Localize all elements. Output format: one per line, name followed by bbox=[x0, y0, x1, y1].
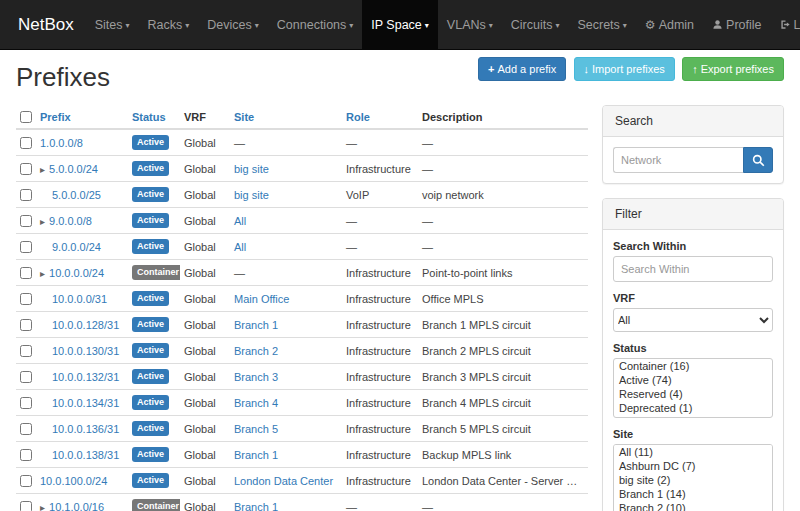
nav-item-label: Devices bbox=[207, 18, 251, 32]
nav-item-racks[interactable]: Racks▾ bbox=[139, 0, 199, 49]
role-cell: Infrastructure bbox=[342, 312, 418, 338]
filter-option[interactable]: Active (74) bbox=[614, 373, 772, 387]
prefix-link[interactable]: 1.0.0.0/8 bbox=[40, 137, 83, 149]
site-link[interactable]: Branch 1 bbox=[234, 449, 278, 461]
site-link[interactable]: Branch 3 bbox=[234, 371, 278, 383]
filter-option[interactable]: Container (16) bbox=[614, 359, 772, 373]
search-panel-title: Search bbox=[603, 106, 783, 137]
nav-item-label: Profile bbox=[726, 18, 761, 32]
search-input[interactable] bbox=[613, 147, 743, 173]
site-link[interactable]: Main Office bbox=[234, 293, 289, 305]
site-link[interactable]: All bbox=[234, 215, 246, 227]
prefix-link[interactable]: 9.0.0.0/24 bbox=[52, 241, 101, 253]
role-cell: Infrastructure bbox=[342, 338, 418, 364]
column-header-prefix[interactable]: Prefix bbox=[36, 105, 128, 129]
row-checkbox[interactable] bbox=[20, 189, 32, 201]
prefix-cell: 9.0.0.0/24 bbox=[36, 234, 128, 260]
row-checkbox[interactable] bbox=[20, 163, 32, 175]
filter-option[interactable]: big site (2) bbox=[614, 473, 772, 487]
prefix-link[interactable]: 10.0.100.0/24 bbox=[40, 475, 107, 487]
nav-item-connections[interactable]: Connections▾ bbox=[268, 0, 363, 49]
nav-item-log-out[interactable]: Log out bbox=[771, 0, 800, 49]
nav-item-sites[interactable]: Sites▾ bbox=[86, 0, 139, 49]
site-link[interactable]: London Data Center bbox=[234, 475, 333, 487]
row-checkbox[interactable] bbox=[20, 241, 32, 253]
nav-item-admin[interactable]: ⚙Admin bbox=[636, 0, 703, 49]
status-badge: Active bbox=[132, 317, 169, 332]
prefix-link[interactable]: 10.0.0.0/31 bbox=[52, 293, 107, 305]
chevron-down-icon: ▾ bbox=[126, 21, 130, 30]
nav-item-devices[interactable]: Devices▾ bbox=[198, 0, 267, 49]
nav-item-label: Sites bbox=[95, 18, 123, 32]
prefix-link[interactable]: 10.0.0.128/31 bbox=[52, 319, 119, 331]
filter-option[interactable]: Deprecated (1) bbox=[614, 401, 772, 415]
site-link[interactable]: Branch 5 bbox=[234, 423, 278, 435]
row-checkbox[interactable] bbox=[20, 345, 32, 357]
column-header-role[interactable]: Role bbox=[342, 105, 418, 129]
nav-item-circuits[interactable]: Circuits▾ bbox=[502, 0, 569, 49]
filter-option[interactable]: Reserved (4) bbox=[614, 387, 772, 401]
site-link[interactable]: Branch 1 bbox=[234, 319, 278, 331]
site-link[interactable]: big site bbox=[234, 163, 269, 175]
navbar-brand[interactable]: NetBox bbox=[6, 0, 86, 49]
prefix-cell: 10.0.0.136/31 bbox=[36, 416, 128, 442]
row-checkbox[interactable] bbox=[20, 293, 32, 305]
prefix-link[interactable]: 10.1.0.0/16 bbox=[49, 501, 104, 511]
export-icon: ↑ bbox=[692, 63, 698, 75]
status-cell: Active bbox=[128, 156, 180, 182]
site-link[interactable]: Branch 4 bbox=[234, 397, 278, 409]
prefix-link[interactable]: 10.0.0.136/31 bbox=[52, 423, 119, 435]
site-link[interactable]: big site bbox=[234, 189, 269, 201]
column-header-site[interactable]: Site bbox=[230, 105, 342, 129]
filter-option[interactable]: Branch 2 (10) bbox=[614, 501, 772, 511]
nav-item-vlans[interactable]: VLANs▾ bbox=[438, 0, 502, 49]
search-button[interactable] bbox=[743, 147, 773, 173]
filter-option[interactable]: Ashburn DC (7) bbox=[614, 459, 772, 473]
row-checkbox[interactable] bbox=[20, 449, 32, 461]
table-row: 10.0.0.134/31ActiveGlobalBranch 4Infrast… bbox=[16, 390, 588, 416]
export-prefixes-button[interactable]: ↑Export prefixes bbox=[682, 57, 784, 81]
import-prefixes-button[interactable]: ↓Import prefixes bbox=[574, 57, 675, 81]
prefix-link[interactable]: 10.0.0.0/24 bbox=[49, 267, 104, 279]
prefix-link[interactable]: 10.0.0.134/31 bbox=[52, 397, 119, 409]
status-cell: Active bbox=[128, 129, 180, 156]
row-checkbox-cell bbox=[16, 338, 36, 364]
select-all-checkbox[interactable] bbox=[20, 111, 32, 123]
site-link[interactable]: Branch 1 bbox=[234, 501, 278, 511]
description-cell: Office MPLS bbox=[418, 286, 588, 312]
prefix-link[interactable]: 10.0.0.132/31 bbox=[52, 371, 119, 383]
filter-option[interactable]: Branch 1 (14) bbox=[614, 487, 772, 501]
site-filter-listbox[interactable]: All (11)Ashburn DC (7)big site (2)Branch… bbox=[613, 444, 773, 511]
row-checkbox[interactable] bbox=[20, 397, 32, 409]
prefix-link[interactable]: 5.0.0.0/25 bbox=[52, 189, 101, 201]
row-checkbox[interactable] bbox=[20, 137, 32, 149]
row-checkbox[interactable] bbox=[20, 215, 32, 227]
row-checkbox[interactable] bbox=[20, 267, 32, 279]
row-checkbox[interactable] bbox=[20, 319, 32, 331]
add-prefix-button[interactable]: +Add a prefix bbox=[478, 57, 566, 81]
search-within-input[interactable] bbox=[613, 256, 773, 282]
filter-option[interactable]: All (11) bbox=[614, 445, 772, 459]
row-checkbox[interactable] bbox=[20, 371, 32, 383]
prefix-link[interactable]: 10.0.0.130/31 bbox=[52, 345, 119, 357]
status-filter-listbox[interactable]: Container (16)Active (74)Reserved (4)Dep… bbox=[613, 358, 773, 418]
nav-item-secrets[interactable]: Secrets▾ bbox=[568, 0, 635, 49]
role-cell: — bbox=[342, 234, 418, 260]
nav-item-profile[interactable]: Profile bbox=[703, 0, 770, 49]
nav-item-ip-space[interactable]: IP Space▾ bbox=[362, 0, 438, 49]
table-row: 5.0.0.0/25ActiveGlobalbig siteVoIPvoip n… bbox=[16, 182, 588, 208]
nav-item-label: Admin bbox=[659, 18, 694, 32]
site-link[interactable]: All bbox=[234, 241, 246, 253]
row-checkbox-cell bbox=[16, 364, 36, 390]
prefix-link[interactable]: 9.0.0.0/8 bbox=[49, 215, 92, 227]
row-checkbox[interactable] bbox=[20, 501, 32, 511]
site-link[interactable]: Branch 2 bbox=[234, 345, 278, 357]
vrf-select[interactable]: All bbox=[613, 308, 773, 332]
column-header-status[interactable]: Status bbox=[128, 105, 180, 129]
action-buttons: +Add a prefix ↓Import prefixes ↑Export p… bbox=[474, 57, 784, 81]
prefix-link[interactable]: 5.0.0.0/24 bbox=[49, 163, 98, 175]
row-checkbox[interactable] bbox=[20, 423, 32, 435]
row-checkbox[interactable] bbox=[20, 475, 32, 487]
vrf-filter-label: VRF bbox=[613, 292, 773, 304]
prefix-link[interactable]: 10.0.0.138/31 bbox=[52, 449, 119, 461]
